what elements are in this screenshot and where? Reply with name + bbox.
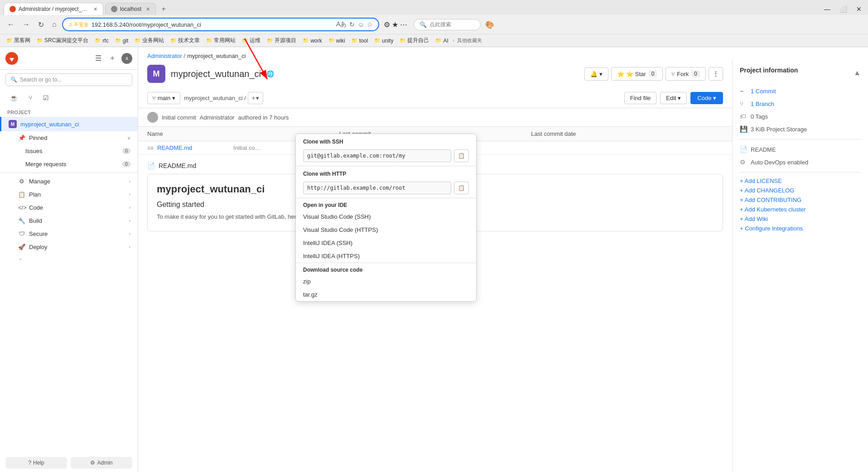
add-wiki-link[interactable]: + Add Wiki: [740, 214, 861, 224]
visibility-icon: 🌐: [266, 70, 274, 77]
sidebar-panel-toggle[interactable]: ☰: [93, 52, 103, 64]
sidebar-search-input[interactable]: 🔍 Search or go to...: [5, 73, 132, 86]
reload-icon[interactable]: ↻: [349, 21, 355, 28]
bookmark-work[interactable]: 📁work: [300, 37, 324, 45]
address-bar[interactable]: ⚠ 不安全 Aあ ↻ ☺ ☆: [62, 18, 379, 31]
sidebar-item-manage[interactable]: ⚙ Manage ›: [0, 175, 138, 188]
copy-ssh-button[interactable]: 📋: [454, 149, 469, 162]
sidebar-item-deploy[interactable]: 🚀 Deploy ›: [0, 240, 138, 254]
bookmark-opensource[interactable]: 📁开源项目: [264, 36, 299, 45]
gitlab-logo[interactable]: [5, 52, 18, 65]
search-input[interactable]: [429, 21, 475, 28]
sidebar-item-build[interactable]: 🔧 Build ›: [0, 214, 138, 227]
color-wheel-icon[interactable]: 🎨: [485, 20, 494, 29]
ext-more-icon[interactable]: ⋯: [400, 20, 407, 29]
nav-merge-icon[interactable]: ⑂: [24, 91, 37, 104]
add-kubernetes-link[interactable]: + Add Kubernetes cluster: [740, 205, 861, 214]
bookmark-ai[interactable]: 📁AI: [433, 37, 451, 45]
add-contributing-link[interactable]: + Add CONTRIBUTING: [740, 195, 861, 205]
bookmark-src[interactable]: 📁SRC漏洞提交平台: [34, 36, 91, 45]
other-bookmarks[interactable]: 其他收藏夹: [457, 37, 482, 44]
bookmark-rfc[interactable]: 📁rfc: [92, 37, 111, 45]
notification-button[interactable]: 🔔 ▾: [584, 67, 608, 81]
configure-integrations-link[interactable]: + Configure Integrations: [740, 224, 861, 233]
forward-button[interactable]: →: [20, 19, 33, 29]
star-button[interactable]: ⭐ ⭐ Star 0: [611, 67, 663, 81]
translate-icon[interactable]: Aあ: [336, 20, 347, 29]
bookmark-improve[interactable]: 📁提升自己: [397, 36, 432, 45]
sidebar-item-pinned[interactable]: 📌 Pinned ∨: [0, 131, 138, 144]
fork-count: 0: [691, 70, 700, 77]
search-box[interactable]: 🔍: [414, 19, 481, 30]
clone-intellij-ssh[interactable]: IntelliJ IDEA (SSH): [296, 236, 476, 249]
bookmark-unity[interactable]: 📁unity: [371, 37, 396, 45]
edit-button[interactable]: Edit ▾: [660, 92, 687, 104]
tab-2-close[interactable]: ✕: [146, 6, 150, 12]
sidebar-item-code[interactable]: </> Code ›: [0, 201, 138, 214]
bookmark-star-icon[interactable]: ☆: [367, 21, 373, 28]
bookmark-ops[interactable]: 📁运维: [239, 36, 263, 45]
bookmark-tech[interactable]: 📁技术文章: [168, 36, 203, 45]
copy-http-button[interactable]: 📋: [454, 182, 469, 194]
breadcrumb: Administrator / myproject_wutunan_ci: [138, 47, 868, 59]
sidebar-item-secure[interactable]: 🛡 Secure ›: [0, 227, 138, 240]
create-new-icon[interactable]: ＋: [107, 52, 118, 65]
commit-count-link[interactable]: 1 Commit: [751, 88, 776, 95]
breadcrumb-admin-link[interactable]: Administrator: [147, 53, 182, 59]
sidebar-item-project[interactable]: M myproject_wutunan_ci: [0, 117, 138, 131]
tab-add-button[interactable]: +: [158, 3, 169, 15]
tab-2[interactable]: localhost ✕: [105, 3, 156, 15]
manage-icon: ⚙: [18, 178, 25, 185]
nav-checklist-icon[interactable]: ☑: [39, 91, 53, 104]
more-actions-button[interactable]: ⋮: [709, 67, 723, 81]
folder-icon-unity: 📁: [374, 38, 381, 43]
find-file-button[interactable]: Find file: [624, 92, 657, 104]
code-dropdown-button[interactable]: Code ▾: [690, 92, 723, 104]
ext-bookmark-icon[interactable]: ★: [392, 20, 398, 29]
bookmark-hacker[interactable]: 📁黑客网: [4, 36, 33, 45]
address-input[interactable]: [92, 21, 333, 28]
sidebar-item-issues[interactable]: Issues 0: [0, 144, 138, 158]
clone-http-input[interactable]: [303, 182, 451, 194]
bookmark-tool[interactable]: 📁tool: [349, 37, 371, 45]
user-avatar[interactable]: a: [121, 53, 132, 64]
maximize-button[interactable]: ⬜: [837, 5, 850, 14]
file-name-link[interactable]: README.md: [157, 144, 230, 151]
close-button[interactable]: ✕: [854, 5, 864, 14]
branch-count-link[interactable]: 1 Branch: [751, 101, 774, 107]
bookmark-wiki[interactable]: 📁wiki: [326, 37, 348, 45]
sidebar-item-merge-requests[interactable]: Merge requests 0: [0, 158, 138, 171]
clone-download-targz[interactable]: tar.gz: [296, 288, 476, 301]
bookmark-business[interactable]: 📁业务网站: [132, 36, 167, 45]
refresh-button[interactable]: ↻: [35, 19, 47, 30]
add-file-button[interactable]: + ▾: [248, 92, 264, 104]
fork-button[interactable]: ⑂ Fork 0: [665, 67, 706, 81]
admin-button[interactable]: ⚙ Admin: [71, 457, 132, 469]
bookmark-git[interactable]: 📁git: [112, 37, 131, 45]
minimize-button[interactable]: —: [821, 5, 833, 14]
tab-1-close[interactable]: ✕: [93, 6, 97, 12]
panel-collapse-icon[interactable]: ▲: [854, 69, 861, 77]
sidebar-item-plan[interactable]: 📋 Plan ›: [0, 188, 138, 201]
bookmarks-more-icon[interactable]: ›: [453, 38, 454, 43]
commit-author: Administrator: [200, 114, 235, 121]
clone-download-zip[interactable]: zip: [296, 275, 476, 288]
add-license-link[interactable]: + Add LICENSE: [740, 176, 861, 186]
back-button[interactable]: ←: [5, 19, 17, 29]
smiley-icon[interactable]: ☺: [357, 21, 364, 28]
clone-dropdown: Clone with SSH 📋 Clone with HTTP 📋 Open …: [295, 134, 477, 302]
clone-intellij-https[interactable]: IntelliJ IDEA (HTTPS): [296, 249, 476, 263]
readme-info-text: README: [751, 146, 776, 153]
home-button[interactable]: ⌂: [49, 19, 59, 29]
tab-1[interactable]: Administrator / myproject_wutun... ✕: [4, 3, 103, 15]
help-button[interactable]: ? Help: [5, 457, 67, 469]
ext-settings-icon[interactable]: ⚙: [384, 20, 390, 29]
branch-selector[interactable]: ⑂ main ▾: [147, 92, 180, 104]
clone-ssh-input[interactable]: [303, 149, 451, 162]
clone-vscode-https[interactable]: Visual Studio Code (HTTPS): [296, 223, 476, 236]
bookmark-common[interactable]: 📁常用网站: [203, 36, 238, 45]
clone-vscode-ssh[interactable]: Visual Studio Code (SSH): [296, 210, 476, 223]
add-changelog-link[interactable]: + Add CHANGELOG: [740, 186, 861, 195]
nav-coffee-icon[interactable]: ☕: [5, 91, 22, 104]
sidebar-plan-label: Plan: [29, 191, 125, 198]
